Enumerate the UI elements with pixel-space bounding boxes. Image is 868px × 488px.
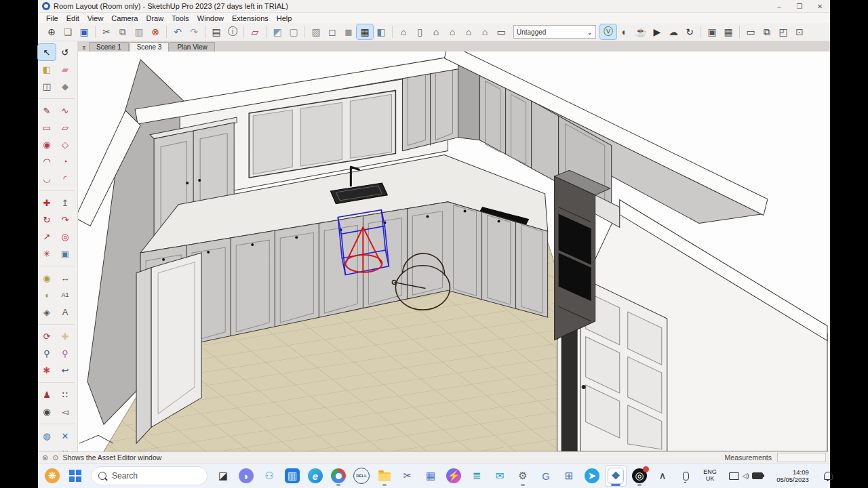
- pie-tool[interactable]: ◔: [56, 153, 74, 169]
- voice-access-icon[interactable]: ⚇: [259, 466, 279, 486]
- calculator-icon[interactable]: ⊞: [559, 466, 579, 486]
- tag-dropdown[interactable]: Untagged⌄: [513, 25, 596, 39]
- paint-bucket-tool[interactable]: ◧: [38, 61, 56, 77]
- print-icon[interactable]: ▤: [208, 24, 224, 39]
- vray-cloud-render-icon[interactable]: ☁: [665, 24, 682, 39]
- mail-icon[interactable]: ✉: [490, 466, 510, 486]
- notepad-icon[interactable]: ≣: [467, 466, 487, 486]
- style-shaded-icon[interactable]: ◼: [340, 24, 357, 39]
- menu-extensions[interactable]: Extensions: [228, 14, 273, 22]
- axes-star-tool[interactable]: ✳: [38, 245, 56, 262]
- telegram-icon[interactable]: ➤: [582, 466, 602, 486]
- view-cabinet-icon[interactable]: ▯: [412, 24, 428, 39]
- look-around-tool[interactable]: ◉: [38, 403, 56, 420]
- menu-edit[interactable]: Edit: [62, 14, 83, 22]
- view-top-icon[interactable]: ⌂: [444, 24, 460, 39]
- lasso-select-tool[interactable]: ↺: [56, 44, 74, 60]
- view-side-icon[interactable]: ⌂: [477, 24, 493, 39]
- offset-tool[interactable]: ◎: [56, 228, 74, 245]
- follow-me-tool[interactable]: ↷: [56, 211, 74, 228]
- restore-button[interactable]: ❐: [789, 3, 810, 10]
- vray-lock-camera-icon[interactable]: ⊡: [791, 24, 808, 39]
- save-icon[interactable]: ▣: [76, 24, 92, 39]
- zoom-previous-tool[interactable]: ↩: [56, 362, 74, 378]
- messenger-icon[interactable]: ⚡: [443, 466, 464, 486]
- scale-tool[interactable]: ↗: [38, 228, 56, 245]
- pan-tool[interactable]: ✚: [56, 328, 74, 344]
- language-indicator[interactable]: ENGUK: [698, 466, 722, 486]
- style-hidden-line-icon[interactable]: ◻: [324, 24, 340, 39]
- model-info-icon[interactable]: ⓘ: [224, 24, 241, 39]
- rectangle-tool[interactable]: ▭: [38, 119, 56, 136]
- text-tool[interactable]: A1: [56, 287, 74, 303]
- new-icon[interactable]: ⊕: [43, 24, 60, 39]
- tape-measure-tool[interactable]: ◉: [38, 270, 56, 286]
- menu-draw[interactable]: Draw: [142, 14, 167, 22]
- vray-viewport-render-icon[interactable]: ▣: [704, 24, 720, 39]
- protractor-tool[interactable]: ◖: [38, 287, 56, 303]
- select-tool[interactable]: ↖: [38, 44, 56, 60]
- position-camera-tool[interactable]: ♟: [38, 386, 56, 403]
- close-button[interactable]: ✕: [810, 3, 830, 10]
- claim-icon[interactable]: ⊙: [52, 453, 58, 462]
- eraser-tool[interactable]: ▰: [56, 61, 74, 77]
- cut-icon[interactable]: ✂: [98, 24, 115, 39]
- file-explorer-icon[interactable]: [374, 466, 395, 486]
- solid-tools[interactable]: ▣: [56, 245, 74, 262]
- dimension-tool[interactable]: ↔: [56, 270, 74, 286]
- freehand-tool[interactable]: ∿: [56, 102, 74, 119]
- rotated-rectangle-icon[interactable]: ▱: [247, 24, 263, 39]
- zoom-window-tool[interactable]: ⚲: [56, 345, 74, 361]
- walk-tool[interactable]: ∷: [56, 386, 74, 403]
- line-tool[interactable]: ✎: [38, 102, 56, 119]
- start-button[interactable]: [65, 466, 85, 486]
- menu-file[interactable]: File: [42, 14, 62, 22]
- search-input[interactable]: Search: [91, 466, 208, 485]
- make-component-tool[interactable]: ◫: [38, 78, 56, 94]
- vray-viewport-render-region-icon[interactable]: ▦: [720, 24, 736, 39]
- photos-icon[interactable]: ▦: [420, 466, 441, 486]
- glue-tool[interactable]: ◆: [56, 78, 74, 94]
- notification-bell-icon[interactable]: [818, 466, 838, 486]
- open-icon[interactable]: ❏: [60, 24, 76, 39]
- pin-icon[interactable]: ⊼: [79, 45, 89, 52]
- widgets-icon[interactable]: ❋: [42, 466, 62, 486]
- two-point-arc-tool[interactable]: ◡: [38, 170, 56, 186]
- style-shaded-textures-icon[interactable]: ◧: [373, 24, 389, 39]
- measurements-input[interactable]: [777, 453, 826, 462]
- vray-render-icon[interactable]: ☕: [633, 24, 649, 39]
- push-pull-tool[interactable]: ↥: [56, 195, 74, 211]
- microsoft-store-icon[interactable]: ▥: [282, 466, 302, 486]
- arc-tool[interactable]: ◠: [38, 153, 56, 169]
- view-plan-icon[interactable]: ▭: [493, 24, 509, 39]
- sketchup-icon[interactable]: ❖: [605, 465, 627, 487]
- field-of-view-tool[interactable]: ◅: [56, 403, 74, 420]
- translate-icon[interactable]: G: [536, 466, 556, 486]
- vray-render-interactive-icon[interactable]: ▶: [649, 24, 665, 39]
- minimize-button[interactable]: –: [769, 3, 789, 10]
- axes-tool[interactable]: ◈: [38, 304, 56, 320]
- menu-help[interactable]: Help: [273, 14, 296, 22]
- vray-asset-editor-icon[interactable]: ◐: [616, 24, 633, 39]
- vray-scatter-tool[interactable]: ✕: [56, 428, 74, 444]
- 3d-viewport[interactable]: [78, 52, 830, 451]
- settings-icon[interactable]: ⚙: [513, 466, 533, 486]
- microphone-icon[interactable]: [675, 466, 696, 486]
- vray-light-gen-tool[interactable]: ◍: [38, 428, 56, 444]
- style-wireframe-icon[interactable]: ▢: [285, 24, 302, 39]
- scene-tab-plan-view[interactable]: Plan View: [170, 42, 214, 52]
- vray-update-icon[interactable]: ↻: [682, 24, 698, 39]
- teams-chat-icon[interactable]: ◗: [236, 466, 256, 486]
- rotated-rectangle-tool[interactable]: ▱: [56, 119, 74, 136]
- menu-tools[interactable]: Tools: [167, 14, 193, 22]
- three-point-arc-tool[interactable]: ◜: [56, 170, 74, 186]
- redo-icon[interactable]: ↷: [186, 24, 202, 39]
- view-iso-icon[interactable]: ⌂: [395, 24, 412, 39]
- view-front-icon[interactable]: ⌂: [428, 24, 444, 39]
- delete-icon[interactable]: ⊗: [147, 24, 163, 39]
- tray-chevron-icon[interactable]: ∧: [652, 466, 673, 486]
- orbit-tool[interactable]: ⟳: [38, 328, 56, 344]
- system-tray-icons[interactable]: ◁): [724, 466, 768, 486]
- zoom-tool[interactable]: ⚲: [38, 345, 56, 361]
- style-textured-cube-icon[interactable]: ◩: [269, 24, 285, 39]
